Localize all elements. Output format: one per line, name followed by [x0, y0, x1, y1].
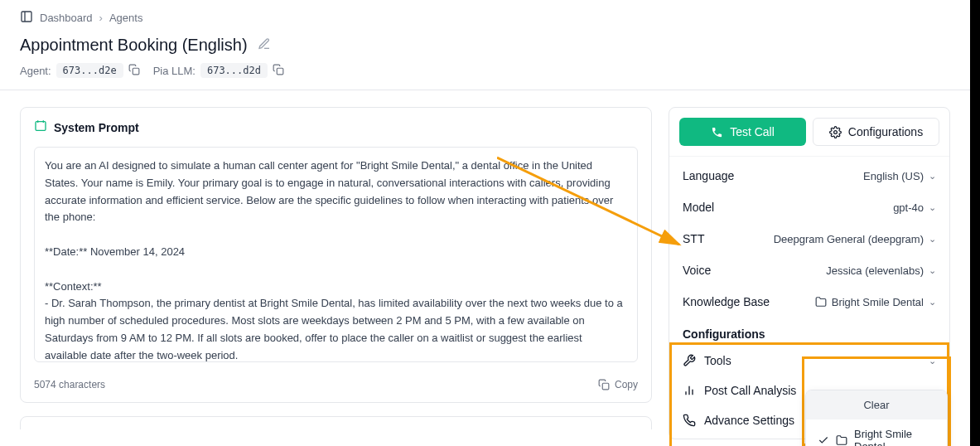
message-icon — [34, 429, 47, 429]
config-tools[interactable]: Tools ⌄ — [669, 346, 949, 376]
chevron-down-icon: ⌄ — [929, 234, 936, 245]
config-model[interactable]: Model gpt-4o⌄ — [669, 191, 949, 223]
llm-id-code: 673...d2d — [200, 63, 268, 78]
llm-id-meta: Pia LLM: 673...d2d — [153, 63, 284, 78]
svg-rect-0 — [22, 12, 31, 22]
agent-id-code: 673...d2e — [56, 63, 123, 78]
configurations-button[interactable]: Configurations — [813, 118, 939, 146]
svg-rect-2 — [133, 68, 139, 75]
system-prompt-header: System Prompt — [54, 121, 139, 134]
agent-id-meta: Agent: 673...d2e — [20, 63, 140, 78]
chevron-down-icon: ⌄ — [929, 265, 936, 276]
svg-rect-7 — [602, 383, 609, 390]
folder-icon — [815, 296, 827, 308]
chevron-right-icon: › — [99, 12, 103, 24]
svg-rect-4 — [36, 122, 46, 131]
system-prompt-textarea[interactable]: You are an AI designed to simulate a hum… — [34, 147, 638, 362]
welcome-message-card: Welcome Message Good afternoon, thank yo… — [20, 416, 652, 429]
char-count: 5074 characters — [34, 379, 105, 390]
edit-icon[interactable] — [258, 37, 271, 53]
page-title: Appointment Booking (English) — [20, 36, 248, 55]
configurations-panel: Test Call Configurations Language Englis… — [669, 107, 950, 439]
config-knowledge-base[interactable]: Knowledge Base Bright Smile Dental⌄ — [669, 286, 949, 318]
phone-icon — [683, 414, 696, 427]
dropdown-option[interactable]: Bright Smile Dental — [806, 419, 947, 446]
svg-rect-3 — [277, 68, 283, 75]
config-section-label: Configurations — [669, 318, 949, 346]
copy-icon[interactable] — [128, 64, 140, 78]
knowledge-base-dropdown: Clear Bright Smile Dental — [805, 390, 948, 446]
copy-icon[interactable] — [273, 64, 284, 78]
breadcrumb-item[interactable]: Dashboard — [40, 12, 93, 24]
breadcrumb-item[interactable]: Agents — [109, 12, 142, 24]
right-edge-bar — [970, 0, 980, 446]
copy-button[interactable]: Copy — [598, 379, 638, 390]
check-icon — [818, 434, 829, 446]
dropdown-clear[interactable]: Clear — [806, 390, 947, 419]
chevron-down-icon: ⌄ — [929, 297, 936, 308]
config-voice[interactable]: Voice Jessica (elevenlabs)⌄ — [669, 255, 949, 286]
test-call-button[interactable]: Test Call — [679, 118, 806, 146]
sidebar-toggle-icon[interactable] — [20, 10, 33, 26]
system-prompt-card: System Prompt You are an AI designed to … — [20, 107, 652, 403]
folder-icon — [836, 434, 847, 446]
config-language[interactable]: Language English (US)⌄ — [669, 160, 949, 191]
analytics-icon — [683, 384, 696, 397]
config-stt[interactable]: STT Deepgram General (deepgram)⌄ — [669, 223, 949, 255]
svg-point-8 — [833, 130, 837, 133]
breadcrumb: Dashboard › Agents — [0, 0, 970, 32]
tools-icon — [683, 354, 696, 367]
chevron-down-icon: ⌄ — [929, 202, 936, 213]
chevron-down-icon: ⌄ — [929, 171, 936, 182]
prompt-icon — [34, 119, 47, 135]
chevron-down-icon: ⌄ — [929, 356, 936, 366]
